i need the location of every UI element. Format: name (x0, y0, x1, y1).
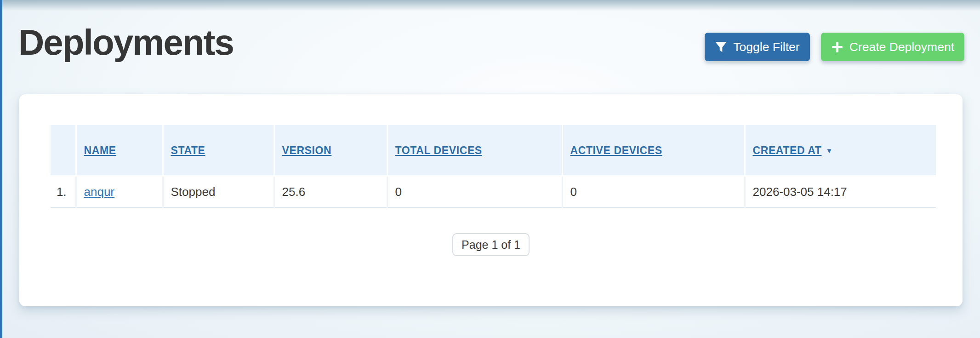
filter-icon (715, 41, 727, 53)
created-at-label: CREATED AT (753, 144, 822, 156)
deployment-name-link[interactable]: anqur (84, 185, 115, 199)
top-shadow-fade (0, 0, 980, 11)
toggle-filter-button[interactable]: Toggle Filter (705, 33, 809, 61)
header-cell-index (51, 125, 76, 176)
deployments-page: Deployments Toggle Filter Create Deploym… (0, 0, 980, 338)
header-cell-active-devices: ACTIVE DEVICES (562, 125, 745, 176)
deployments-card: NAME STATE VERSION TOTAL DEVICES ACTIVE … (19, 94, 963, 306)
row-created-at-cell: 2026-03-05 14:17 (745, 176, 936, 208)
create-deployment-button[interactable]: Create Deployment (821, 33, 964, 61)
column-header-total-devices[interactable]: TOTAL DEVICES (395, 144, 482, 156)
row-version-cell: 25.6 (274, 176, 387, 208)
table-row: 1. anqur Stopped 25.6 0 0 2026-03-05 14:… (51, 176, 936, 208)
header-cell-created-at: CREATED AT▼ (745, 125, 936, 176)
row-index-cell: 1. (51, 176, 76, 208)
column-header-version[interactable]: VERSION (282, 144, 332, 156)
left-accent-stripe (0, 0, 2, 338)
column-header-active-devices[interactable]: ACTIVE DEVICES (570, 144, 662, 156)
table-header-row: NAME STATE VERSION TOTAL DEVICES ACTIVE … (51, 125, 936, 176)
column-header-state[interactable]: STATE (171, 144, 205, 156)
row-name-cell: anqur (76, 176, 163, 208)
header-cell-state: STATE (163, 125, 274, 176)
row-active-devices-cell: 0 (562, 176, 745, 208)
row-total-devices-cell: 0 (387, 176, 562, 208)
header-actions: Toggle Filter Create Deployment (705, 33, 964, 61)
page-title: Deployments (18, 22, 234, 63)
deployments-table: NAME STATE VERSION TOTAL DEVICES ACTIVE … (51, 125, 936, 208)
header-cell-name: NAME (76, 125, 163, 176)
column-header-name[interactable]: NAME (84, 144, 116, 156)
toggle-filter-label: Toggle Filter (733, 40, 799, 54)
header-cell-version: VERSION (274, 125, 387, 176)
column-header-created-at[interactable]: CREATED AT▼ (753, 144, 833, 156)
create-deployment-label: Create Deployment (849, 40, 954, 54)
pagination-status: Page 1 of 1 (452, 233, 530, 256)
sort-desc-icon: ▼ (826, 147, 832, 155)
row-state-cell: Stopped (163, 176, 274, 208)
header-cell-total-devices: TOTAL DEVICES (387, 125, 562, 176)
pagination-container: Page 1 of 1 (19, 233, 963, 256)
plus-icon (831, 41, 843, 53)
